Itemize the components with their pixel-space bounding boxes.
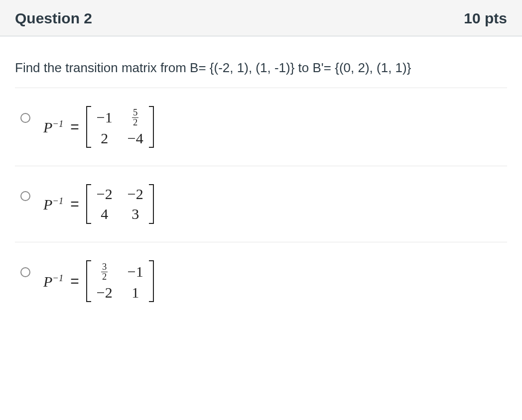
matrix-cell: 1: [127, 285, 144, 300]
p-inverse-label: P−1: [43, 118, 63, 136]
p-inverse-label: P−1: [43, 273, 63, 290]
matrix-cell: 32: [96, 262, 113, 281]
matrix-cell: 4: [96, 207, 113, 221]
matrix-cell: −2: [96, 285, 113, 300]
p-inverse-label: P−1: [43, 196, 63, 213]
matrix-cell: 2: [96, 131, 113, 146]
answer-options: P−1 = −1522−4 P−1 = −2−243 P−1 =: [0, 88, 522, 320]
answer-radio[interactable]: [20, 113, 30, 123]
question-header: Question 2 10 pts: [0, 0, 522, 36]
answer-option[interactable]: P−1 = 32−1−21: [15, 242, 507, 320]
answer-equation: P−1 = −1522−4: [43, 106, 154, 148]
bracket-left: [86, 106, 91, 148]
matrix-cell: 3: [127, 207, 144, 221]
answer-option[interactable]: P−1 = −1522−4: [15, 88, 507, 166]
answer-radio[interactable]: [20, 191, 30, 201]
matrix-cell: −1: [127, 264, 144, 279]
answer-equation: P−1 = −2−243: [43, 184, 154, 224]
matrix-cell: −1: [96, 110, 113, 125]
question-prompt: Find the transition matrix from B= {(-2,…: [0, 36, 522, 88]
bracket-right: [149, 260, 154, 302]
fraction: 32: [101, 262, 108, 281]
matrix: −1522−4: [86, 106, 154, 148]
answer-option[interactable]: P−1 = −2−243: [15, 166, 507, 242]
matrix-cells: −2−243: [93, 184, 147, 224]
matrix-cells: 32−1−21: [93, 260, 147, 302]
fraction: 52: [132, 108, 138, 127]
matrix-cell: −4: [127, 131, 144, 146]
equals-sign: =: [70, 118, 79, 135]
answer-equation: P−1 = 32−1−21: [43, 260, 154, 302]
matrix: 32−1−21: [86, 260, 154, 302]
matrix-cell: −2: [96, 187, 113, 202]
matrix-cell: 52: [127, 108, 144, 127]
equals-sign: =: [70, 273, 79, 290]
bracket-left: [86, 184, 91, 224]
equals-sign: =: [70, 196, 79, 212]
question-points: 10 pts: [464, 10, 507, 27]
question-title: Question 2: [15, 10, 92, 27]
matrix-cell: −2: [127, 187, 144, 202]
matrix: −2−243: [86, 184, 154, 224]
matrix-cells: −1522−4: [93, 106, 147, 148]
bracket-left: [86, 260, 91, 302]
bracket-right: [149, 184, 154, 224]
answer-radio[interactable]: [20, 267, 30, 277]
bracket-right: [149, 106, 154, 148]
